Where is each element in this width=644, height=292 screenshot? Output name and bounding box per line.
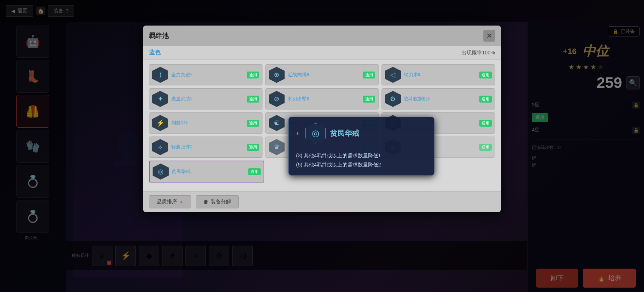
skill-hex-2: ◁	[385, 67, 401, 83]
modal-header: 羁绊池 ✕	[143, 26, 501, 46]
arrow-up-icon: ▲	[179, 199, 184, 204]
skill-item-1[interactable]: ⊕ 近战肉搏Ⅱ 通用	[265, 64, 379, 85]
tooltip-line2: (5) 其他4羁绊或以上的需求数量降低2	[296, 160, 427, 169]
skill-tag-highlighted: 通用	[248, 168, 261, 175]
skill-item-3[interactable]: ✦ 魔血武装Ⅱ 通用	[149, 88, 262, 110]
skill-name-5: 战斗收割机Ⅱ	[404, 96, 476, 102]
disassemble-button[interactable]: 🗑 装备分解	[196, 195, 239, 208]
sort-button[interactable]: 品质排序 ▲	[149, 195, 191, 208]
tooltip-plus-icon: +	[296, 130, 299, 137]
skill-tag-1: 通用	[363, 72, 375, 78]
skill-hex-10: ♛	[269, 139, 285, 155]
skill-hex-0: ⟩	[152, 67, 168, 83]
modal-subheader: 蓝色 出现概率100%	[143, 46, 501, 60]
modal-close-button[interactable]: ✕	[483, 30, 495, 42]
skill-item-0[interactable]: ⟩ 全力突进Ⅱ 通用	[149, 64, 262, 85]
skill-name-highlighted: 贫民华戒	[172, 168, 245, 175]
sort-label: 品质排序	[157, 199, 177, 205]
skill-tag-9: 通用	[247, 144, 259, 151]
color-label: 蓝色	[149, 49, 161, 57]
skill-hex-highlighted: ◎	[153, 164, 169, 180]
skill-item-4[interactable]: ⊘ 刺刃出鞘Ⅱ 通用	[265, 88, 379, 110]
skill-name-0: 全力突进Ⅱ	[171, 72, 244, 78]
skill-tag-11: 通用	[479, 144, 492, 151]
probability-label: 出现概率100%	[461, 50, 495, 56]
tooltip-header: + ◎ 贫民华戒	[296, 123, 427, 143]
skill-item-2[interactable]: ◁ 纳刀术Ⅱ 通用	[382, 64, 495, 85]
skill-name-9: 轻装上阵Ⅱ	[171, 144, 244, 150]
tooltip-content: (3) 其他4羁绊或以上的需求数量降低1 (5) 其他4羁绊或以上的需求数量降低…	[296, 151, 427, 169]
skill-name-1: 近战肉搏Ⅱ	[288, 72, 360, 78]
tooltip-popup: + ◎ 贫民华戒 (3) 其他4羁绊或以上的需求数量降低1 (5) 其他4羁绊或…	[288, 117, 434, 176]
skill-name-3: 魔血武装Ⅱ	[171, 96, 244, 102]
skill-hex-3: ✦	[152, 91, 168, 107]
skill-item-5[interactable]: ⚙ 战斗收割机Ⅱ 通用	[382, 88, 495, 110]
tooltip-icon: ◎	[305, 123, 326, 143]
tooltip-line1: (3) 其他4羁绊或以上的需求数量降低1	[296, 151, 427, 160]
disassemble-label: 装备分解	[211, 199, 231, 205]
skill-hex-7: ☯	[269, 115, 285, 131]
skill-tag-6: 通用	[247, 120, 259, 127]
skill-item-6[interactable]: ⚡ 荆棘甲Ⅱ 通用	[149, 112, 262, 134]
skill-item-highlighted[interactable]: ◎ 贫民华戒 通用	[149, 161, 264, 182]
skill-hex-6: ⚡	[152, 115, 168, 131]
skill-hex-4: ⊘	[269, 91, 285, 107]
skill-name-2: 纳刀术Ⅱ	[404, 72, 476, 78]
skill-hex-1: ⊕	[269, 67, 285, 83]
trash-icon: 🗑	[203, 199, 208, 205]
modal-footer: 品质排序 ▲ 🗑 装备分解	[143, 191, 501, 212]
skill-hex-9: ⟡	[152, 139, 168, 155]
skill-hex-5: ⚙	[385, 91, 401, 107]
skill-tag-0: 通用	[247, 72, 259, 78]
skill-tag-3: 通用	[247, 96, 259, 103]
skill-item-9[interactable]: ⟡ 轻装上阵Ⅱ 通用	[149, 137, 262, 158]
skill-tag-2: 通用	[479, 72, 492, 78]
skill-tag-8: 通用	[479, 120, 492, 127]
tooltip-divider	[296, 148, 427, 148]
skill-tag-4: 通用	[363, 96, 375, 103]
tooltip-title: 贫民华戒	[330, 128, 359, 138]
modal-title: 羁绊池	[149, 31, 169, 40]
skill-name-4: 刺刃出鞘Ⅱ	[288, 96, 360, 102]
skill-name-6: 荆棘甲Ⅱ	[171, 120, 244, 126]
skill-tag-5: 通用	[479, 96, 492, 103]
